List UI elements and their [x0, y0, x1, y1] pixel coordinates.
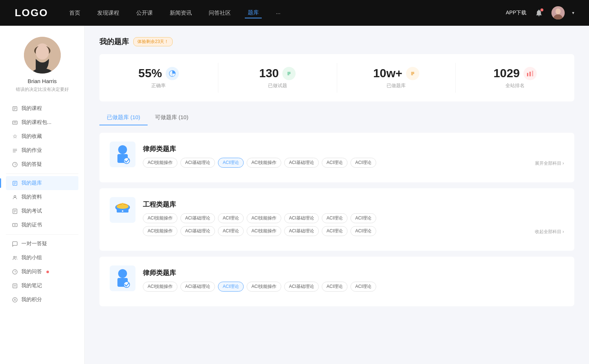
qa-icon: ? — [12, 161, 18, 167]
tag-2-2[interactable]: ACI理论 — [218, 213, 244, 223]
nav-right: APP下载 ▾ — [506, 6, 574, 19]
tag-3-6[interactable]: ACI理论 — [350, 282, 376, 292]
pie-chart-icon — [169, 70, 176, 77]
tag-2r2-5[interactable]: ACI理论 — [322, 226, 348, 236]
page-title-row: 我的题库 体验剩余23天！ — [99, 37, 574, 47]
my-qa-icon: ? — [12, 269, 18, 275]
star-icon: ☆ — [12, 133, 18, 139]
nav-qa[interactable]: 问答社区 — [206, 8, 234, 18]
nav-home[interactable]: 首页 — [66, 8, 83, 18]
tag-1-4[interactable]: ACI基础理论 — [284, 158, 319, 168]
certificate-icon — [12, 222, 18, 228]
tag-2r2-4[interactable]: ACI基础理论 — [284, 226, 319, 236]
stat-done-banks: 10w+ 已做题库 — [337, 63, 456, 93]
sidebar-item-notes-label: 我的笔记 — [21, 282, 42, 289]
nav-question-bank[interactable]: 题库 — [245, 8, 262, 18]
tag-1-3[interactable]: ACI技能操作 — [247, 158, 281, 168]
stat-done-icon — [282, 67, 296, 80]
svg-point-27 — [13, 256, 15, 258]
sidebar: Brian Harris 错误的决定比没有决定要好 我的课程 我的课程包... … — [0, 26, 85, 364]
qbank-tags-lawyer-2: ACI技能操作 ACI基础理论 ACI理论 ACI技能操作 ACI基础理论 AC… — [143, 282, 564, 292]
course-pack-icon — [12, 119, 18, 125]
qbank-title-lawyer-2: 律师类题库 — [143, 265, 564, 277]
avatar-dropdown-arrow[interactable]: ▾ — [572, 10, 574, 15]
nav-news[interactable]: 新闻资讯 — [167, 8, 195, 18]
svg-point-56 — [122, 210, 123, 212]
tab-available[interactable]: 可做题库 (10) — [148, 110, 196, 125]
sidebar-avatar-image — [24, 37, 61, 74]
sidebar-item-my-qa[interactable]: ? 我的问答 — [6, 265, 78, 279]
sidebar-item-question-bank-label: 我的题库 — [21, 180, 42, 186]
tag-3-4[interactable]: ACI基础理论 — [284, 282, 319, 292]
stat-banks-icon — [406, 67, 419, 80]
sidebar-divider-1 — [6, 174, 78, 174]
sidebar-item-course-pack[interactable]: 我的课程包... — [6, 115, 78, 129]
tag-2-3[interactable]: ACI技能操作 — [247, 213, 281, 223]
tag-3-0[interactable]: ACI技能操作 — [143, 282, 177, 292]
avatar-svg — [551, 6, 565, 19]
tag-2r2-0[interactable]: ACI技能操作 — [143, 226, 177, 236]
sidebar-item-course[interactable]: 我的课程 — [6, 101, 78, 115]
tag-2-5[interactable]: ACI理论 — [322, 213, 348, 223]
tag-1-5[interactable]: ACI理论 — [322, 158, 348, 168]
stat-accuracy-label: 正确率 — [151, 82, 166, 89]
sidebar-item-one-on-one-label: 一对一答疑 — [21, 240, 47, 247]
logo: LOGO — [15, 7, 48, 19]
tag-3-2[interactable]: ACI理论 — [218, 282, 244, 292]
qbank-header-lawyer-1: 律师类题库 ACI技能操作 ACI基础理论 ACI理论 ACI技能操作 ACI基… — [110, 142, 564, 168]
sidebar-item-notes[interactable]: 我的笔记 — [6, 279, 78, 293]
sidebar-item-certificate[interactable]: 我的证书 — [6, 218, 78, 232]
sidebar-item-question-bank[interactable]: 我的题库 — [6, 176, 78, 190]
app-download-button[interactable]: APP下载 — [506, 10, 526, 16]
tag-3-1[interactable]: ACI基础理论 — [180, 282, 215, 292]
sidebar-item-favorites[interactable]: ☆ 我的收藏 — [6, 129, 78, 143]
sidebar-item-exam[interactable]: 我的考试 — [6, 204, 78, 218]
svg-point-26 — [14, 224, 15, 226]
sidebar-item-homework[interactable]: 我的作业 — [6, 143, 78, 157]
profile-photo-svg — [24, 37, 61, 74]
expand-link-1[interactable]: 展开全部科目 › — [535, 159, 564, 167]
sidebar-item-favorites-label: 我的收藏 — [21, 133, 42, 140]
tag-1-6[interactable]: ACI理论 — [350, 158, 376, 168]
sidebar-item-profile[interactable]: 我的资料 — [6, 190, 78, 204]
sidebar-item-group[interactable]: 我的小组 — [6, 251, 78, 265]
qbank-title-engineer: 工程类题库 — [143, 197, 564, 209]
sidebar-item-points[interactable]: 我的积分 — [6, 293, 78, 307]
tab-done[interactable]: 已做题库 (10) — [99, 110, 148, 125]
svg-rect-44 — [527, 73, 528, 76]
tag-2-6[interactable]: ACI理论 — [350, 213, 376, 223]
user-avatar[interactable] — [551, 6, 565, 19]
sidebar-menu: 我的课程 我的课程包... ☆ 我的收藏 我的作业 ? — [0, 101, 84, 307]
svg-rect-46 — [532, 71, 533, 76]
tag-1-2[interactable]: ACI理论 — [218, 158, 244, 168]
svg-point-47 — [118, 145, 127, 154]
svg-rect-11 — [13, 121, 17, 124]
tag-2-1[interactable]: ACI基础理论 — [180, 213, 215, 223]
engineer-icon — [113, 200, 132, 220]
sidebar-item-points-label: 我的积分 — [21, 296, 42, 303]
tag-2r2-2[interactable]: ACI理论 — [218, 226, 244, 236]
qbank-header-lawyer-2: 律师类题库 ACI技能操作 ACI基础理论 ACI理论 ACI技能操作 ACI基… — [110, 265, 564, 292]
tag-2-0[interactable]: ACI技能操作 — [143, 213, 177, 223]
sidebar-item-one-on-one[interactable]: 一对一答疑 — [6, 237, 78, 251]
tag-3-5[interactable]: ACI理论 — [322, 282, 348, 292]
page-body: Brian Harris 错误的决定比没有决定要好 我的课程 我的课程包... … — [0, 26, 589, 364]
avatar-image — [551, 6, 565, 19]
nav-open-course[interactable]: 公开课 — [133, 8, 156, 18]
tag-2r2-3[interactable]: ACI技能操作 — [247, 226, 281, 236]
page-title: 我的题库 — [99, 37, 129, 47]
tag-3-3[interactable]: ACI技能操作 — [247, 282, 281, 292]
group-icon — [12, 255, 18, 261]
engineer-icon-wrap — [110, 197, 135, 223]
nav-more[interactable]: ··· — [273, 8, 283, 18]
expand-link-2[interactable]: 收起全部科目 › — [535, 227, 564, 235]
sidebar-divider-2 — [6, 234, 78, 235]
nav-discover[interactable]: 发现课程 — [94, 8, 122, 18]
tag-2r2-1[interactable]: ACI基础理论 — [180, 226, 215, 236]
sidebar-item-qa[interactable]: ? 我的答疑 — [6, 157, 78, 171]
tag-1-1[interactable]: ACI基础理论 — [180, 158, 215, 168]
tag-2-4[interactable]: ACI基础理论 — [284, 213, 319, 223]
tag-2r2-6[interactable]: ACI理论 — [350, 226, 376, 236]
tag-1-0[interactable]: ACI技能操作 — [143, 158, 177, 168]
notification-bell[interactable] — [534, 8, 544, 18]
